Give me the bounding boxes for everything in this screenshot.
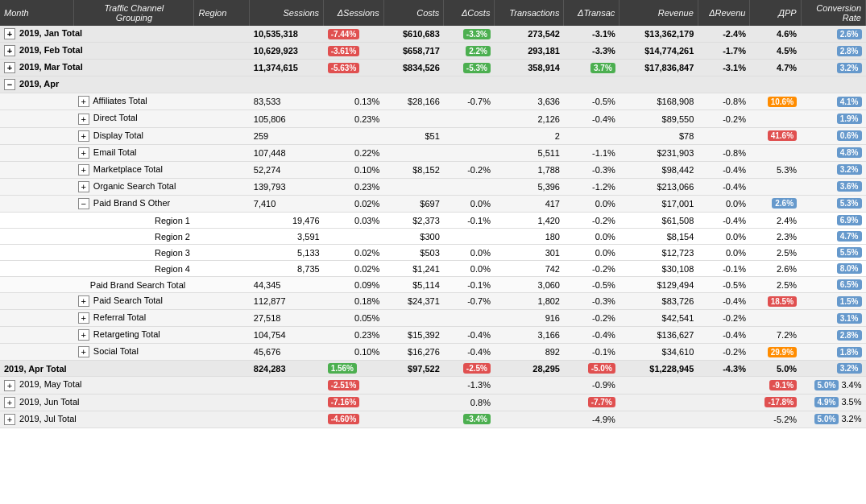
cell: -0.3% — [564, 293, 619, 310]
cell: -0.4% — [564, 110, 619, 127]
cell: 105,806 — [250, 110, 324, 127]
cell — [324, 127, 384, 144]
cell-channel — [74, 76, 194, 93]
cell: -0.5% — [564, 93, 619, 110]
cell — [324, 76, 384, 93]
table-row: Region 3 5,133 0.02% $503 0.0% 301 0.0% … — [0, 245, 866, 261]
cell: 2.3% — [750, 229, 801, 245]
expand-button[interactable]: + — [78, 329, 89, 341]
cell: -0.7% — [444, 293, 495, 310]
cell-region — [194, 245, 250, 261]
cell — [698, 377, 750, 394]
cell: 3.2% — [801, 161, 865, 178]
cell: 2.8% — [801, 327, 865, 344]
cell — [495, 377, 564, 394]
table-header-row: Month Traffic ChannelGrouping Region Ses… — [0, 0, 866, 26]
cell — [250, 394, 324, 411]
expand-button[interactable]: + — [4, 62, 15, 73]
expand-button[interactable]: + — [78, 164, 89, 176]
cell: $34,610 — [619, 344, 698, 361]
cell: 3.2% — [801, 361, 865, 377]
cell — [495, 411, 564, 428]
cell: $17,001 — [619, 195, 698, 212]
cell: 2,126 — [495, 110, 564, 127]
cell — [383, 377, 444, 394]
cell-channel: + Affiliates Total — [74, 93, 250, 110]
expand-button[interactable]: + — [4, 380, 15, 391]
table-row: + Marketplace Total 52,274 0.10% $8,152 … — [0, 161, 866, 178]
cell: 301 — [495, 245, 564, 261]
cell: 0.0% — [564, 195, 619, 212]
cell: 1,802 — [495, 293, 564, 310]
cell: 83,533 — [250, 93, 324, 110]
expand-button[interactable]: + — [78, 130, 89, 142]
cell: 180 — [495, 229, 564, 245]
cell: $61,508 — [619, 213, 698, 229]
cell: $17,836,847 — [619, 60, 698, 76]
analytics-table: Month Traffic ChannelGrouping Region Ses… — [0, 0, 866, 428]
cell: $610,683 — [383, 26, 444, 43]
cell-region — [194, 229, 250, 245]
cell: -0.2% — [564, 310, 619, 327]
cell: -0.4% — [698, 178, 750, 195]
cell: -0.2% — [698, 344, 750, 361]
collapse-button[interactable]: − — [4, 79, 15, 90]
cell: 5,511 — [495, 144, 564, 161]
cell: 2.2% — [444, 43, 495, 60]
cell — [698, 76, 750, 93]
cell-month — [0, 127, 74, 144]
cell — [383, 178, 444, 195]
cell: $42,541 — [619, 310, 698, 327]
cell: 10.6% — [750, 93, 801, 110]
cell: 5,396 — [495, 178, 564, 195]
cell: -4.60% — [324, 411, 384, 428]
expand-button[interactable]: + — [78, 312, 89, 324]
cell-region — [194, 76, 250, 93]
cell: $15,392 — [383, 327, 444, 344]
cell: 4.8% — [801, 144, 865, 161]
cell — [383, 394, 444, 411]
cell: $13,362,179 — [619, 26, 698, 43]
cell: -0.7% — [444, 93, 495, 110]
cell: 1.56% — [324, 361, 384, 377]
expand-button[interactable]: + — [4, 414, 15, 425]
table-row: + Referral Total 27,518 0.05% 916 -0.2% … — [0, 310, 866, 327]
table-row: + 2019, May Total -2.51% -1.3% -0.9% -9.… — [0, 377, 866, 394]
cell: -9.1% — [750, 377, 801, 394]
table-row: + Email Total 107,448 0.22% 5,511 -1.1% … — [0, 144, 866, 161]
expand-button[interactable]: + — [4, 45, 15, 56]
expand-button[interactable]: + — [78, 96, 89, 107]
cell: 28,295 — [495, 361, 564, 377]
cell: -3.61% — [324, 43, 384, 60]
cell: 5,133 — [250, 245, 324, 261]
expand-button[interactable]: + — [78, 346, 89, 357]
table-row: + 2019, Jan Total 10,535,318 -7.44% $610… — [0, 26, 866, 43]
cell-channel: Paid Brand Search Total — [74, 277, 250, 293]
cell: -7.16% — [324, 394, 384, 411]
expand-button[interactable]: + — [78, 114, 89, 125]
cell: -5.2% — [750, 411, 801, 428]
table-row: + Organic Search Total 139,793 0.23% 5,3… — [0, 178, 866, 195]
cell: -0.5% — [564, 277, 619, 293]
col-revenue: Revenue — [619, 0, 698, 26]
cell: 0.23% — [324, 327, 384, 344]
cell: $89,550 — [619, 110, 698, 127]
collapse-button[interactable]: − — [78, 198, 89, 209]
expand-button[interactable]: + — [4, 28, 15, 39]
cell — [619, 76, 698, 93]
table-row: + Social Total 45,676 0.10% $16,276 -0.4… — [0, 344, 866, 361]
cell: 742 — [495, 261, 564, 277]
expand-button[interactable]: + — [78, 147, 89, 159]
expand-button[interactable]: + — [78, 181, 89, 192]
table-row: + Retargeting Total 104,754 0.23% $15,39… — [0, 327, 866, 344]
cell — [444, 229, 495, 245]
cell: 4.6% — [750, 26, 801, 43]
table-row: + 2019, Jun Total -7.16% 0.8% -7.7% -17.… — [0, 394, 866, 411]
col-delta-revenue: ΔRevenu — [698, 0, 750, 26]
expand-button[interactable]: + — [4, 397, 15, 408]
cell: 7,410 — [250, 195, 324, 212]
expand-button[interactable]: + — [78, 295, 89, 307]
cell: $2,373 — [383, 213, 444, 229]
table-row: − Paid Brand S Other 7,410 0.02% $697 0.… — [0, 195, 866, 212]
cell-month: + 2019, Mar Total — [0, 60, 250, 76]
